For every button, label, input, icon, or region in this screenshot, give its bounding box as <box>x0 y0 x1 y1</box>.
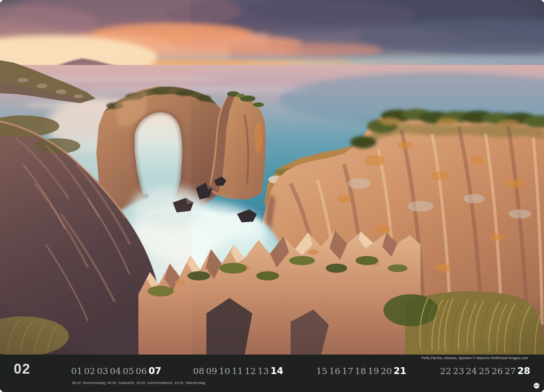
calendar-day: 24 <box>466 366 477 377</box>
calendar-day: 05 <box>123 366 134 377</box>
calendar-day: 12 <box>245 366 256 377</box>
calendar-week-4: 22 23 24 25 26 27 28 <box>440 366 530 377</box>
calendar-photo <box>0 0 544 355</box>
calendar-day-sunday: 21 <box>394 366 406 377</box>
month-number: 02 <box>14 362 31 376</box>
calendar-week-2: 08 09 10 11 12 13 14 <box>193 366 283 377</box>
calendar-day: 22 <box>440 366 451 377</box>
calendar-day: 17 <box>342 366 353 377</box>
landscape-photo-svg <box>0 0 544 355</box>
calendar-day: 06 <box>136 366 147 377</box>
calendar-day: 19 <box>368 366 379 377</box>
calendar-day: 27 <box>505 366 516 377</box>
calendar-day: 20 <box>381 366 392 377</box>
calendar-day: 03 <box>97 366 108 377</box>
calendar-day: 26 <box>492 366 503 377</box>
calendar-day: 16 <box>329 366 340 377</box>
page-corner <box>0 0 3 3</box>
photo-credit: Peña Flecha, Asturias, Spanien © Maurizi… <box>421 356 528 360</box>
page-corner <box>0 389 3 392</box>
publisher-logo-text: HEYE <box>534 385 539 387</box>
publisher-logo: HEYE <box>534 383 539 389</box>
calendar-day-sunday: 14 <box>271 366 283 377</box>
calendar-day: 10 <box>219 366 230 377</box>
calendar-day: 09 <box>206 366 217 377</box>
calendar-day: 18 <box>355 366 366 377</box>
calendar-day: 08 <box>193 366 204 377</box>
calendar-day: 01 <box>71 366 82 377</box>
calendar-day: 25 <box>479 366 490 377</box>
warm-light-overlay <box>0 0 191 355</box>
calendar-week-1: 01 02 03 04 05 06 07 <box>71 366 161 377</box>
calendar-day: 13 <box>258 366 269 377</box>
calendar-bar: Peña Flecha, Asturias, Spanien © Maurizi… <box>0 355 544 392</box>
calendar-day: 11 <box>232 366 243 377</box>
holidays-note: 08.02. Rosenmontag, 09.02. Fastnacht, 10… <box>72 381 205 385</box>
calendar-day-sunday: 07 <box>149 366 161 377</box>
calendar-day: 02 <box>84 366 95 377</box>
calendar-day: 04 <box>110 366 121 377</box>
calendar-page: Peña Flecha, Asturias, Spanien © Maurizi… <box>0 0 544 392</box>
page-corner <box>541 0 544 3</box>
calendar-day: 15 <box>316 366 327 377</box>
page-corner <box>541 389 544 392</box>
calendar-week-3: 15 16 17 18 19 20 21 <box>316 366 406 377</box>
calendar-day-sunday: 28 <box>518 366 530 377</box>
calendar-day: 23 <box>453 366 464 377</box>
